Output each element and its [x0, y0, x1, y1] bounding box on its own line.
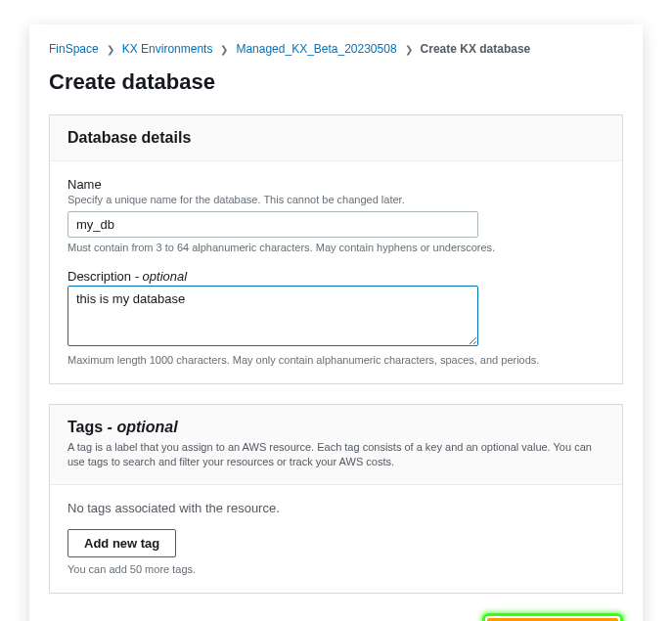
chevron-right-icon: ❯: [405, 44, 413, 55]
add-tag-button[interactable]: Add new tag: [67, 529, 176, 557]
chevron-right-icon: ❯: [220, 44, 228, 55]
database-details-heading: Database details: [67, 129, 605, 147]
breadcrumb: FinSpace ❯ KX Environments ❯ Managed_KX_…: [49, 42, 623, 56]
description-constraint: Maximum length 1000 characters. May only…: [67, 354, 605, 366]
tags-panel: Tags - optional A tag is a label that yo…: [49, 404, 623, 594]
breadcrumb-current: Create KX database: [421, 42, 531, 56]
breadcrumb-link-finspace[interactable]: FinSpace: [49, 42, 99, 56]
name-field: Name Specify a unique name for the datab…: [67, 177, 605, 253]
tags-heading: Tags - optional: [67, 419, 605, 436]
name-label: Name: [67, 177, 605, 192]
description-field: Description - optional Maximum length 10…: [67, 269, 605, 366]
submit-highlight: Create database: [482, 613, 623, 621]
description-label-text: Description: [67, 269, 131, 284]
description-optional-suffix: - optional: [135, 269, 187, 284]
database-details-header: Database details: [50, 115, 622, 161]
form-actions: Cancel Create database: [49, 613, 623, 621]
tags-description: A tag is a label that you assign to an A…: [67, 440, 605, 470]
name-input[interactable]: [67, 211, 478, 238]
breadcrumb-link-kx-environments[interactable]: KX Environments: [122, 42, 213, 56]
page-title: Create database: [49, 69, 623, 95]
chevron-right-icon: ❯: [107, 44, 114, 55]
page-container: FinSpace ❯ KX Environments ❯ Managed_KX_…: [29, 24, 643, 621]
database-details-body: Name Specify a unique name for the datab…: [50, 161, 622, 383]
breadcrumb-link-environment[interactable]: Managed_KX_Beta_20230508: [236, 42, 396, 56]
name-constraint: Must contain from 3 to 64 alphanumeric c…: [67, 242, 605, 253]
tags-optional-suffix: - optional: [108, 419, 178, 435]
description-label: Description - optional: [67, 269, 605, 284]
tags-heading-text: Tags: [67, 419, 103, 435]
description-input[interactable]: [67, 286, 478, 346]
name-hint: Specify a unique name for the database. …: [67, 194, 605, 205]
tags-limit-text: You can add 50 more tags.: [67, 563, 605, 575]
database-details-panel: Database details Name Specify a unique n…: [49, 114, 623, 384]
tags-header: Tags - optional A tag is a label that yo…: [50, 405, 622, 485]
tags-empty-text: No tags associated with the resource.: [67, 501, 605, 515]
tags-body: No tags associated with the resource. Ad…: [50, 485, 622, 593]
